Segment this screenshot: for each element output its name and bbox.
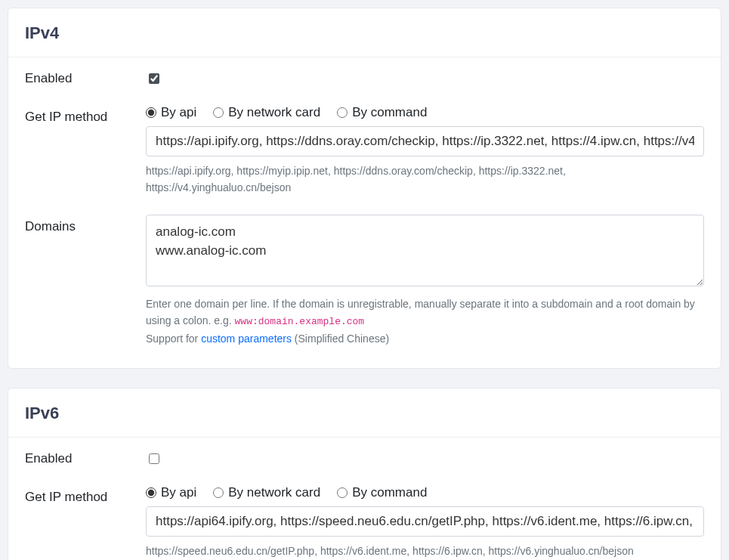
ipv6-api-input[interactable] xyxy=(146,506,704,537)
ipv4-domains-help-text-1: Enter one domain per line. If the domain… xyxy=(146,298,695,326)
ipv4-method-netcard-label: By network card xyxy=(228,105,320,120)
ipv4-domains-help: Enter one domain per line. If the domain… xyxy=(146,295,704,348)
ipv6-method-label: Get IP method xyxy=(25,485,146,505)
ipv4-domains-row: Domains analog-ic.com www.analog-ic.com … xyxy=(8,206,721,369)
ipv4-method-netcard-radio[interactable] xyxy=(213,107,224,118)
ipv6-method-netcard-radio[interactable] xyxy=(213,487,224,498)
ipv6-header: IPv6 xyxy=(8,388,721,438)
ipv4-domains-help-code: www:domain.example.com xyxy=(235,316,365,327)
ipv4-api-help: https://api.ipify.org, https://myip.ipip… xyxy=(146,162,704,196)
ipv6-method-cmd[interactable]: By command xyxy=(337,485,427,500)
ipv6-title: IPv6 xyxy=(25,404,704,423)
ipv6-api-help: https://speed.neu6.edu.cn/getIP.php, htt… xyxy=(146,543,704,559)
ipv4-method-row: Get IP method By api By network card By … xyxy=(8,96,721,206)
ipv6-enabled-label: Enabled xyxy=(25,447,146,466)
ipv4-domains-label: Domains xyxy=(25,215,146,234)
ipv4-method-api[interactable]: By api xyxy=(146,105,196,120)
ipv4-header: IPv4 xyxy=(8,8,721,57)
ipv6-method-netcard[interactable]: By network card xyxy=(213,485,320,500)
ipv4-method-api-radio[interactable] xyxy=(146,107,156,118)
ipv4-method-cmd-radio[interactable] xyxy=(337,107,348,118)
ipv4-title: IPv4 xyxy=(25,23,704,43)
ipv4-method-netcard[interactable]: By network card xyxy=(213,105,320,120)
ipv4-api-input[interactable] xyxy=(146,126,704,156)
ipv6-method-api-label: By api xyxy=(161,485,196,500)
ipv6-method-netcard-label: By network card xyxy=(228,485,320,500)
ipv6-enabled-row: Enabled xyxy=(8,438,721,476)
ipv6-method-cmd-radio[interactable] xyxy=(337,487,348,498)
ipv6-method-cmd-label: By command xyxy=(352,485,427,500)
ipv4-card: IPv4 Enabled Get IP method By api By net… xyxy=(8,8,721,369)
ipv6-method-radios: By api By network card By command xyxy=(146,485,704,500)
ipv6-method-api[interactable]: By api xyxy=(146,485,196,500)
ipv4-domains-help-text-2a: Support for xyxy=(146,333,201,345)
ipv4-method-cmd-label: By command xyxy=(352,105,427,120)
ipv4-enabled-checkbox[interactable] xyxy=(149,73,159,84)
ipv6-enabled-checkbox[interactable] xyxy=(149,453,159,464)
ipv4-enabled-label: Enabled xyxy=(25,67,146,86)
ipv4-method-label: Get IP method xyxy=(25,105,146,125)
ipv4-enabled-row: Enabled xyxy=(8,57,721,96)
ipv6-method-row: Get IP method By api By network card By … xyxy=(8,476,721,560)
ipv4-domains-textarea[interactable]: analog-ic.com www.analog-ic.com xyxy=(146,215,704,286)
ipv4-method-cmd[interactable]: By command xyxy=(337,105,427,120)
ipv4-method-api-label: By api xyxy=(161,105,196,120)
ipv4-domains-help-text-2b: (Simplified Chinese) xyxy=(292,333,389,345)
ipv6-card: IPv6 Enabled Get IP method By api By net… xyxy=(8,388,721,560)
ipv4-method-radios: By api By network card By command xyxy=(146,105,704,120)
custom-parameters-link[interactable]: custom parameters xyxy=(201,333,292,345)
ipv6-method-api-radio[interactable] xyxy=(146,487,156,498)
